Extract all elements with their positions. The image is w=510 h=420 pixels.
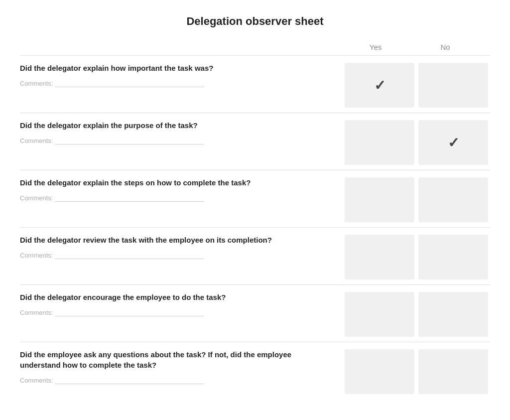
comments-label-1: Comments: [20, 79, 333, 87]
question-text-3: Did the delegator explain the steps on h… [20, 177, 333, 188]
question-left-4: Did the delegator review the task with t… [20, 235, 343, 280]
yes-cell-3[interactable] [345, 177, 414, 222]
question-left-5: Did the delegator encourage the employee… [20, 292, 343, 337]
comments-underline-5[interactable] [55, 308, 204, 316]
table-row: Did the delegator explain the purpose of… [20, 113, 490, 170]
comments-label-5: Comments: [20, 308, 333, 316]
table-row: Did the employee ask any questions about… [20, 342, 490, 399]
question-text-6: Did the employee ask any questions about… [20, 349, 333, 370]
questions-container: Did the delegator explain how important … [20, 55, 490, 399]
question-left-2: Did the delegator explain the purpose of… [20, 120, 343, 165]
page-title: Delegation observer sheet [20, 10, 490, 28]
question-left-6: Did the employee ask any questions about… [20, 349, 343, 394]
no-cell-2[interactable]: ✓ [418, 120, 488, 165]
yes-cell-1[interactable]: ✓ [345, 63, 414, 108]
comments-label-2: Comments: [20, 137, 333, 144]
question-left-3: Did the delegator explain the steps on h… [20, 177, 343, 222]
yes-header: Yes [341, 43, 410, 51]
yes-cell-5[interactable] [345, 292, 414, 337]
comments-label-3: Comments: [20, 194, 333, 202]
checkmark-yes-1: ✓ [374, 77, 385, 94]
yes-cell-6[interactable] [345, 349, 414, 394]
yes-cell-2[interactable] [345, 120, 414, 165]
no-cell-4[interactable] [418, 235, 488, 280]
table-row: Did the delegator explain the steps on h… [20, 170, 490, 227]
comments-underline-2[interactable] [55, 137, 204, 144]
comments-label-4: Comments: [20, 251, 333, 259]
table-row: Did the delegator review the task with t… [20, 227, 490, 284]
no-cell-5[interactable] [418, 292, 488, 337]
no-cell-6[interactable] [418, 349, 488, 394]
comments-underline-4[interactable] [55, 251, 204, 259]
column-headers: Yes No [20, 43, 490, 51]
checkmark-no-2: ✓ [448, 135, 459, 151]
question-text-4: Did the delegator review the task with t… [20, 235, 333, 245]
no-cell-1[interactable] [418, 63, 488, 108]
comments-underline-6[interactable] [55, 376, 204, 384]
yes-cell-4[interactable] [345, 235, 414, 280]
table-row: Did the delegator explain how important … [20, 55, 490, 113]
table-row: Did the delegator encourage the employee… [20, 284, 490, 342]
question-text-5: Did the delegator encourage the employee… [20, 292, 333, 302]
comments-underline-1[interactable] [55, 79, 204, 87]
no-header: No [410, 43, 480, 51]
question-text-2: Did the delegator explain the purpose of… [20, 120, 333, 131]
no-cell-3[interactable] [418, 177, 488, 222]
comments-label-6: Comments: [20, 376, 333, 384]
question-text-1: Did the delegator explain how important … [20, 63, 333, 73]
comments-underline-3[interactable] [55, 194, 204, 202]
question-left-1: Did the delegator explain how important … [20, 63, 343, 108]
